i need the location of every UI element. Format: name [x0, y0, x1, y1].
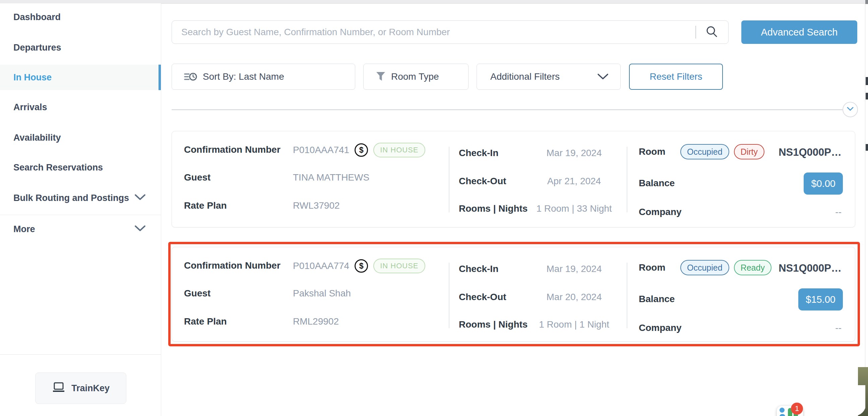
- sidebar-item-label: Search Reservations: [13, 162, 103, 173]
- balance-label: Balance: [639, 294, 675, 305]
- rate-plan-value: RML29902: [293, 316, 339, 327]
- trainkey-button[interactable]: TrainKey: [35, 373, 126, 404]
- funnel-icon: [376, 71, 386, 82]
- edge-artifact: [866, 93, 868, 99]
- check-out-value: Mar 20, 2024: [521, 292, 628, 302]
- sidebar-item-search-reservations[interactable]: Search Reservations: [0, 155, 161, 180]
- sidebar-item-label: In House: [13, 72, 52, 83]
- balance-amount-button[interactable]: $15.00: [798, 288, 843, 311]
- search-icon[interactable]: [705, 25, 718, 40]
- sidebar-item-label: Availability: [13, 133, 61, 143]
- reservation-card[interactable]: Confirmation Number P010AAA741 $ IN HOUS…: [172, 131, 855, 227]
- room-status-badge: Occupied: [680, 144, 729, 159]
- card-divider: [449, 147, 450, 212]
- status-badge: IN HOUSE: [373, 143, 425, 157]
- room-number-value: NS1Q000P…: [778, 147, 841, 158]
- search-input-divider: [695, 26, 696, 38]
- desktop-background-edge: [865, 367, 868, 416]
- check-in-value: Mar 19, 2024: [521, 264, 628, 274]
- chevron-down-icon: [134, 225, 146, 233]
- company-value: --: [835, 323, 841, 333]
- rooms-nights-value: 1 Room | 33 Night: [521, 203, 628, 214]
- sidebar-item-in-house[interactable]: In House: [0, 65, 161, 90]
- sidebar-item-more[interactable]: More: [0, 216, 161, 242]
- search-box: [172, 21, 728, 44]
- sidebar-divider: [0, 215, 161, 215]
- room-status-badge: Occupied: [680, 260, 729, 275]
- sidebar-item-label: Departures: [13, 42, 61, 53]
- sidebar-item-dashboard[interactable]: Dashboard: [0, 4, 161, 30]
- trainkey-label: TrainKey: [71, 383, 110, 393]
- sort-by-button[interactable]: Sort By: Last Name: [172, 64, 355, 90]
- housekeeping-status-badge: Ready: [734, 260, 772, 275]
- check-in-value: Mar 19, 2024: [521, 148, 628, 158]
- confirmation-number-value: P010AAA741: [293, 145, 349, 155]
- laptop-icon: [52, 382, 65, 394]
- sort-clock-icon: [184, 71, 197, 83]
- advanced-search-button[interactable]: Advanced Search: [741, 21, 857, 44]
- confirmation-number-label: Confirmation Number: [184, 145, 280, 155]
- sidebar-item-availability[interactable]: Availability: [0, 125, 161, 150]
- scrollbar-track[interactable]: [865, 4, 865, 416]
- sidebar-item-label: Arrivals: [13, 102, 47, 113]
- window-rounded-corner: [825, 385, 866, 416]
- confirmation-number-value: P010AAA774: [293, 261, 349, 271]
- reset-filters-button[interactable]: Reset Filters: [629, 64, 723, 90]
- chevron-down-icon: [846, 106, 854, 113]
- sidebar-item-label: Dashboard: [13, 12, 61, 23]
- sidebar-item-label: More: [13, 224, 35, 234]
- additional-filters-label: Additional Filters: [490, 71, 560, 82]
- additional-filters-dropdown[interactable]: Additional Filters: [476, 64, 621, 90]
- housekeeping-status-badge: Dirty: [734, 144, 765, 159]
- rate-plan-value: RWL37902: [293, 200, 340, 211]
- card-divider: [449, 263, 450, 328]
- balance-label: Balance: [639, 178, 675, 189]
- check-out-label: Check-Out: [459, 176, 506, 187]
- reset-filters-label: Reset Filters: [650, 71, 702, 82]
- sidebar-footer-divider: [0, 354, 161, 355]
- rooms-nights-value: 1 Room | 1 Night: [521, 319, 628, 330]
- dollar-circle-icon[interactable]: $: [354, 259, 368, 273]
- company-value: --: [835, 207, 841, 217]
- confirmation-number-label: Confirmation Number: [184, 260, 280, 271]
- edge-artifact: [866, 144, 868, 151]
- guest-value: TINA MATTHEWS: [293, 172, 369, 183]
- dollar-circle-icon[interactable]: $: [354, 143, 368, 157]
- room-status-badges: Occupied Dirty: [680, 144, 765, 159]
- sidebar-item-arrivals[interactable]: Arrivals: [0, 94, 161, 120]
- guest-label: Guest: [184, 288, 211, 299]
- guest-value: Pakshal Shah: [293, 288, 351, 299]
- browser-top-strip-end: [865, 0, 868, 4]
- company-label: Company: [639, 323, 682, 333]
- check-in-label: Check-In: [459, 148, 498, 158]
- room-status-badges: Occupied Ready: [680, 260, 772, 275]
- guest-label: Guest: [184, 172, 211, 183]
- sort-by-label: Sort By: Last Name: [203, 71, 284, 82]
- balance-amount-button[interactable]: $0.00: [804, 172, 843, 195]
- confirmation-row: P010AAA774 $ IN HOUSE: [293, 257, 425, 275]
- chevron-down-icon: [597, 73, 609, 81]
- rooms-nights-label: Rooms | Nights: [459, 319, 527, 330]
- rooms-nights-label: Rooms | Nights: [459, 203, 527, 214]
- search-input[interactable]: [172, 21, 728, 44]
- sidebar-item-bulk-routing[interactable]: Bulk Routing and Postings: [0, 185, 161, 211]
- app-screen: Dashboard Departures In House Arrivals A…: [0, 0, 868, 416]
- check-out-label: Check-Out: [459, 292, 506, 302]
- room-type-filter-button[interactable]: Room Type: [363, 64, 468, 90]
- reservation-card[interactable]: Confirmation Number P010AAA774 $ IN HOUS…: [172, 247, 855, 342]
- check-out-value: Apr 21, 2024: [521, 176, 628, 187]
- widget-logo-dot: [779, 408, 784, 413]
- sidebar-item-departures[interactable]: Departures: [0, 35, 161, 60]
- notification-count-badge: 1: [791, 403, 803, 415]
- highlighted-card-outline: Confirmation Number P010AAA774 $ IN HOUS…: [168, 242, 860, 346]
- chevron-down-icon: [134, 194, 146, 202]
- room-type-label: Room Type: [391, 71, 439, 82]
- room-label: Room: [639, 262, 665, 273]
- collapse-list-button[interactable]: [842, 102, 858, 117]
- status-badge: IN HOUSE: [373, 259, 425, 273]
- rate-plan-label: Rate Plan: [184, 200, 227, 211]
- widget-logo-bar: [779, 414, 785, 416]
- room-label: Room: [639, 147, 665, 157]
- edge-artifact: [866, 77, 868, 85]
- check-in-label: Check-In: [459, 264, 498, 274]
